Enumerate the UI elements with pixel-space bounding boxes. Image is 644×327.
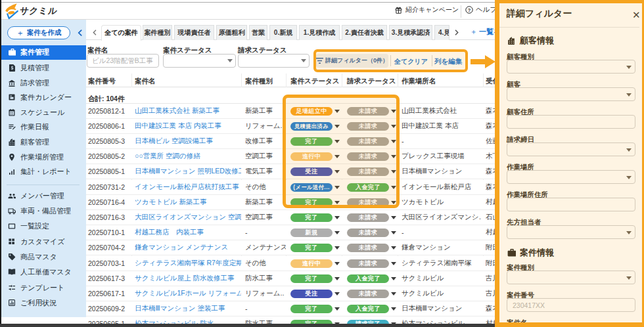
svg-text:?: ? [468, 7, 471, 13]
